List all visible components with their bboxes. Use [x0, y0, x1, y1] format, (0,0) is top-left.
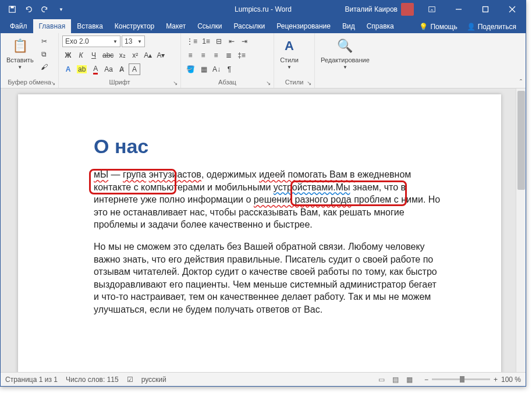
- undo-icon[interactable]: [22, 2, 36, 16]
- align-left-button[interactable]: ≡: [185, 49, 196, 61]
- char-border-button[interactable]: A: [129, 63, 140, 75]
- zoom-thumb[interactable]: [460, 376, 464, 383]
- group-editing-label: [318, 84, 381, 87]
- tab-design[interactable]: Конструктор: [109, 19, 160, 33]
- redo-icon[interactable]: [38, 2, 52, 16]
- avatar: [401, 3, 414, 16]
- tab-file[interactable]: Файл: [4, 19, 33, 33]
- font-size-input[interactable]: 13▼: [122, 36, 145, 47]
- line-spacing-button[interactable]: ‡≡: [236, 49, 247, 61]
- tab-references[interactable]: Ссылки: [191, 19, 228, 33]
- username-label: Виталий Каиров: [345, 5, 398, 13]
- group-font-label: Шрифт: [62, 77, 177, 87]
- styles-launcher[interactable]: ↘: [306, 79, 313, 86]
- tell-me[interactable]: 💡Помощь: [416, 20, 460, 33]
- minimize-button[interactable]: [445, 1, 472, 18]
- group-font: Exo 2.0▼ 13▼ Ж К Ч abc x₂ x² A▴ A▾ A ab …: [59, 33, 181, 88]
- group-clipboard-label: Буфер обмена: [4, 77, 55, 87]
- font-color-button[interactable]: A: [90, 63, 101, 75]
- numbering-button[interactable]: 1≡: [200, 36, 212, 47]
- tab-layout[interactable]: Макет: [160, 19, 191, 33]
- show-marks-button[interactable]: ¶: [224, 63, 235, 75]
- paragraph-1[interactable]: мЫ — група энтузиастов, одержимых идеей …: [94, 168, 443, 231]
- read-mode-icon[interactable]: ▭: [375, 374, 388, 385]
- chevron-down-icon: ▼: [17, 65, 22, 70]
- chevron-down-icon: ▼: [137, 39, 142, 44]
- proofing-icon[interactable]: ☑: [127, 376, 133, 384]
- format-painter-icon[interactable]: 🖌: [38, 61, 50, 73]
- autosave-icon[interactable]: [5, 2, 19, 16]
- tab-insert[interactable]: Вставка: [71, 19, 109, 33]
- share-label: Поделиться: [478, 23, 516, 31]
- superscript-button[interactable]: x²: [129, 49, 141, 61]
- page[interactable]: О нас мЫ — група энтузиастов, одержимых …: [18, 94, 501, 372]
- copy-icon[interactable]: ⧉: [38, 48, 50, 60]
- page-indicator[interactable]: Страница 1 из 1: [5, 376, 58, 384]
- italic-button[interactable]: К: [75, 49, 87, 61]
- user-account[interactable]: Виталий Каиров: [340, 3, 418, 16]
- bullets-button[interactable]: ⋮≡: [185, 36, 199, 47]
- underline-button[interactable]: Ч: [88, 49, 100, 61]
- language-indicator[interactable]: русский: [141, 376, 166, 384]
- highlight-button[interactable]: ab: [75, 63, 88, 75]
- multilevel-button[interactable]: ⊟: [213, 36, 225, 47]
- align-right-button[interactable]: ≡: [210, 49, 222, 61]
- vertical-scrollbar[interactable]: [516, 88, 526, 372]
- editing-button[interactable]: 🔍 Редактирование ▼: [318, 36, 372, 71]
- scrollbar-thumb[interactable]: [517, 91, 525, 190]
- zoom-out-button[interactable]: −: [424, 376, 428, 384]
- window-title: Lumpics.ru - Word: [235, 5, 292, 13]
- clear-formatting-button[interactable]: A̷: [116, 63, 127, 75]
- web-layout-icon[interactable]: ▦: [403, 374, 416, 385]
- text: идеей помогать Вам в: [259, 169, 355, 179]
- bold-button[interactable]: Ж: [62, 49, 74, 61]
- decrease-indent-button[interactable]: ⇤: [226, 36, 237, 47]
- tab-mailings[interactable]: Рассылки: [228, 19, 271, 33]
- font-name-input[interactable]: Exo 2.0▼: [62, 36, 120, 47]
- zoom-level[interactable]: 100 %: [501, 376, 521, 384]
- close-button[interactable]: [499, 1, 526, 18]
- paste-button[interactable]: 📋 Вставить ▼: [4, 36, 36, 71]
- paragraph-2[interactable]: Но мы не сможем это сделать без Вашей об…: [94, 240, 443, 316]
- change-case-button[interactable]: Aa: [102, 63, 115, 75]
- group-paragraph-label: Абзац: [185, 77, 270, 87]
- text-effects-button[interactable]: A: [62, 63, 74, 75]
- collapse-ribbon-icon[interactable]: ˆ: [520, 79, 522, 87]
- justify-button[interactable]: ≣: [223, 49, 235, 61]
- styles-button[interactable]: A Стили ▼: [278, 36, 301, 71]
- group-paragraph: ⋮≡ 1≡ ⊟ ⇤ ⇥ ≡ ≡ ≡ ≣ ‡≡ 🪣 ▦ A↓ ¶: [181, 33, 274, 88]
- tab-help[interactable]: Справка: [361, 19, 400, 33]
- zoom-in-button[interactable]: +: [494, 376, 498, 384]
- clipboard-launcher[interactable]: ↘: [49, 79, 56, 86]
- borders-button[interactable]: ▦: [198, 63, 210, 75]
- svg-rect-1: [10, 6, 13, 9]
- tab-review[interactable]: Рецензирование: [271, 19, 336, 33]
- share-button[interactable]: 👤Поделиться: [463, 20, 520, 33]
- ribbon-options-icon[interactable]: [418, 1, 445, 18]
- cut-icon[interactable]: ✂: [38, 36, 50, 47]
- increase-indent-button[interactable]: ⇥: [239, 36, 250, 47]
- print-layout-icon[interactable]: ▤: [389, 374, 402, 385]
- font-launcher[interactable]: ↘: [172, 79, 179, 86]
- maximize-button[interactable]: [472, 1, 499, 18]
- strike-button[interactable]: abc: [101, 49, 115, 61]
- find-icon: 🔍: [336, 37, 354, 55]
- paragraph-launcher[interactable]: ↘: [265, 79, 272, 86]
- tab-home[interactable]: Главная: [33, 19, 72, 33]
- shading-button[interactable]: 🪣: [185, 63, 197, 75]
- heading[interactable]: О нас: [94, 135, 443, 158]
- word-count[interactable]: Число слов: 115: [66, 376, 119, 384]
- group-clipboard: 📋 Вставить ▼ ✂ ⧉ 🖌 Буфер обмена ↘: [1, 33, 59, 88]
- grow-font-button[interactable]: A▴: [142, 49, 154, 61]
- styles-label: Стили: [280, 56, 299, 63]
- ribbon: 📋 Вставить ▼ ✂ ⧉ 🖌 Буфер обмена ↘ Exo 2.…: [1, 33, 526, 88]
- qat-dropdown-icon[interactable]: ▼: [54, 2, 68, 16]
- tab-view[interactable]: Вид: [336, 19, 361, 33]
- align-center-button[interactable]: ≡: [197, 49, 209, 61]
- text: мЫ: [94, 169, 108, 179]
- editing-label: Редактирование: [321, 56, 370, 63]
- shrink-font-button[interactable]: A▾: [155, 49, 166, 61]
- sort-button[interactable]: A↓: [211, 63, 222, 75]
- zoom-slider[interactable]: [432, 378, 490, 380]
- subscript-button[interactable]: x₂: [116, 49, 128, 61]
